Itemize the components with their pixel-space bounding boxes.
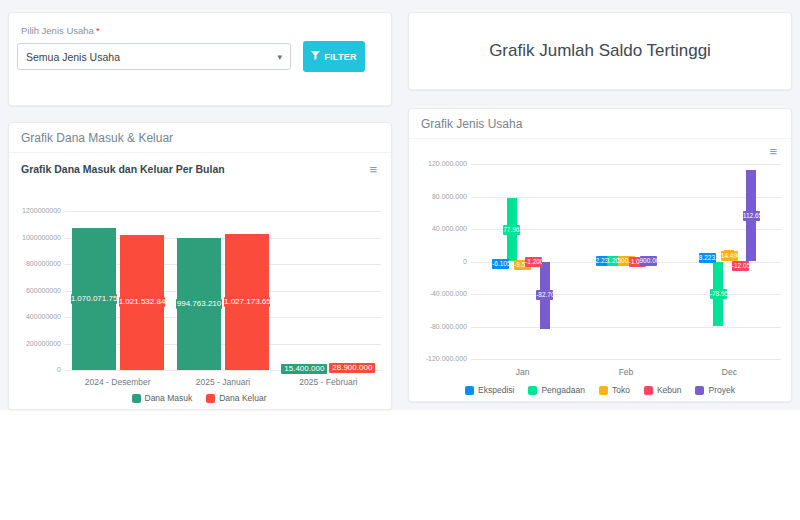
bar-value-label: 28.900.000	[329, 363, 375, 373]
x-axis-label: 2025 - Januari	[196, 377, 250, 387]
saldo-title: Grafik Jumlah Saldo Tertinggi	[489, 41, 711, 61]
y-axis-tick: 400000000	[13, 313, 61, 320]
x-axis-label: Jan	[516, 367, 530, 377]
jenis-usaha-label: Pilih Jenis Usaha*	[21, 25, 100, 36]
legend-label: Ekspedisi	[478, 385, 514, 395]
bar-value-label: -82.707.000	[536, 290, 553, 300]
legend-item-toko[interactable]: Toko	[599, 385, 630, 395]
y-axis-tick: 80.000.000	[411, 193, 467, 200]
bar-value-label: 994.763.210	[176, 299, 222, 309]
y-axis-tick: -120.000.000	[411, 355, 467, 362]
y-axis-tick: -80.000.000	[411, 323, 467, 330]
legend-label: Kebun	[657, 385, 682, 395]
chart-legend: EkspedisiPengadaanTokoKebunProyek	[411, 385, 789, 395]
legend-swatch	[599, 386, 608, 395]
y-axis-tick: 200000000	[13, 340, 61, 347]
legend-swatch	[132, 394, 141, 403]
y-axis-tick: 0	[13, 366, 61, 373]
bar-value-label: 1.021.532.845	[119, 297, 165, 307]
grid-line	[65, 211, 381, 212]
chevron-down-icon: ▾	[277, 52, 282, 62]
dana-chart-title: Grafik Dana Masuk dan Keluar Per Bulan	[21, 163, 225, 175]
bar-value-label: 900.000	[640, 256, 657, 266]
dana-chart: 1200000000100000000080000000060000000040…	[13, 185, 385, 409]
filter-icon	[311, 51, 320, 62]
grid-line	[471, 359, 781, 360]
x-axis-label: Dec	[722, 367, 737, 377]
bar-value-label: 112.657.000	[743, 211, 760, 221]
legend-item-dana-keluar[interactable]: Dana Keluar	[206, 393, 266, 403]
legend-item-pengadaan[interactable]: Pengadaan	[528, 385, 585, 395]
filter-button[interactable]: FILTER	[303, 41, 365, 72]
bar-value-label: 77.963.000	[503, 225, 520, 235]
y-axis-tick: 800000000	[13, 260, 61, 267]
y-axis-tick: 1000000000	[13, 234, 61, 241]
jenis-card-header: Grafik Jenis Usaha	[409, 109, 791, 139]
grid-line	[471, 327, 781, 328]
legend-label: Toko	[612, 385, 630, 395]
bar-value-label: 1.070.071.754	[71, 294, 117, 304]
legend-swatch	[465, 386, 474, 395]
legend-label: Dana Keluar	[219, 393, 266, 403]
legend-item-proyek[interactable]: Proyek	[695, 385, 734, 395]
dana-chart-card: Grafik Dana Masuk & Keluar Grafik Dana M…	[8, 122, 392, 410]
y-axis-tick: 120.000.000	[411, 160, 467, 167]
bar-value-label: -12.051.000	[732, 261, 749, 271]
legend-swatch	[528, 386, 537, 395]
legend-item-ekspedisi[interactable]: Ekspedisi	[465, 385, 514, 395]
jenis-usaha-chart: 120.000.00080.000.00040.000.0000-40.000.…	[411, 147, 789, 397]
y-axis-tick: -40.000.000	[411, 290, 467, 297]
bar-value-label: -78.954.000	[710, 289, 727, 299]
legend-swatch	[695, 386, 704, 395]
bar-value-label: 14.490.000	[721, 251, 738, 261]
bar-value-label: -1.200.000	[525, 257, 542, 267]
required-mark: *	[96, 25, 100, 36]
content-area: Pilih Jenis Usaha* Semua Jenis Usaha ▾ F…	[0, 0, 800, 410]
y-axis-tick: 0	[411, 258, 467, 265]
legend-label: Pengadaan	[541, 385, 585, 395]
x-axis-label: Feb	[619, 367, 634, 377]
x-axis-label: 2024 - Desember	[85, 377, 151, 387]
grid-line	[471, 197, 781, 198]
bar-value-label: 1.027.173.650	[224, 297, 270, 307]
legend-label: Dana Masuk	[145, 393, 193, 403]
jenis-usaha-select[interactable]: Semua Jenis Usaha ▾	[17, 43, 291, 70]
saldo-title-card: Grafik Jumlah Saldo Tertinggi	[408, 12, 792, 90]
chart-legend: Dana MasukDana Keluar	[13, 393, 385, 403]
legend-item-dana-masuk[interactable]: Dana Masuk	[132, 393, 193, 403]
bar-value-label: 8.223.000	[699, 253, 716, 263]
bar-value-label: 15.400.000	[281, 364, 327, 374]
y-axis-tick: 40.000.000	[411, 225, 467, 232]
x-axis-label: 2025 - Februari	[299, 377, 357, 387]
jenis-usaha-select-value: Semua Jenis Usaha	[26, 51, 120, 63]
legend-label: Proyek	[708, 385, 734, 395]
grid-line	[471, 164, 781, 165]
legend-swatch	[206, 394, 215, 403]
bar-value-label: -6.105.000	[492, 259, 509, 269]
y-axis-tick: 1200000000	[13, 207, 61, 214]
legend-swatch	[644, 386, 653, 395]
legend-item-kebun[interactable]: Kebun	[644, 385, 682, 395]
screen: DashboardKas BesarJenis UsahaOperasional…	[0, 0, 800, 520]
chart-menu-button[interactable]: ≡	[369, 163, 377, 176]
dana-card-header: Grafik Dana Masuk & Keluar	[9, 123, 391, 153]
jenis-usaha-chart-card: Grafik Jenis Usaha ≡ 120.000.00080.000.0…	[408, 108, 792, 402]
y-axis-tick: 600000000	[13, 287, 61, 294]
filter-card: Pilih Jenis Usaha* Semua Jenis Usaha ▾ F…	[8, 12, 392, 106]
grid-line	[471, 294, 781, 295]
